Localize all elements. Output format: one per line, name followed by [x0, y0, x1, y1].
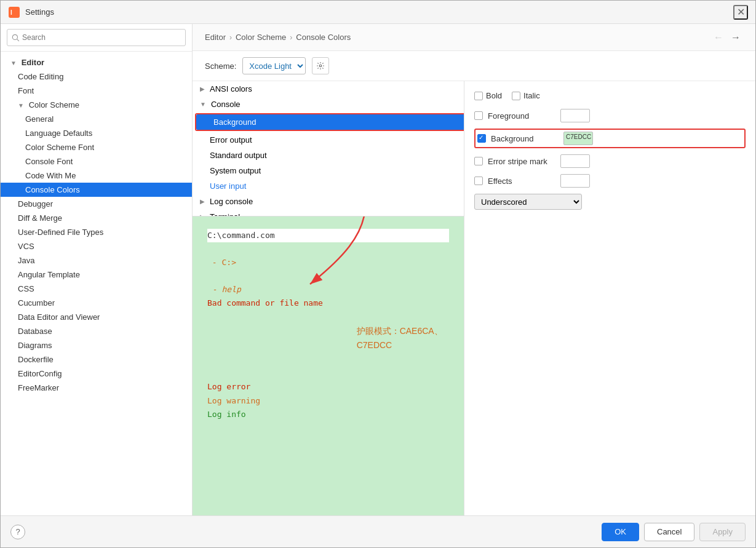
- sidebar-item-editor[interactable]: ▼ Editor: [1, 55, 192, 69]
- scheme-bar: Scheme: Xcode Light: [193, 51, 755, 81]
- effects-checkbox[interactable]: [474, 177, 483, 185]
- breadcrumb-color-scheme: Color Scheme: [236, 33, 286, 42]
- background-option-row-highlight: Background C7EDCC: [474, 129, 746, 148]
- sidebar-item-database[interactable]: Database: [1, 324, 192, 338]
- sidebar-item-code-editing[interactable]: Code Editing: [1, 69, 192, 84]
- preview-blank5: [207, 353, 449, 367]
- console-arrow: ▼: [200, 101, 206, 108]
- breadcrumb-editor: Editor: [205, 33, 226, 42]
- error-stripe-row: Error stripe mark: [474, 154, 746, 168]
- preview-annotation-text: 护眼模式：CAE6CA、C7EDCC: [357, 324, 449, 354]
- error-stripe-checkbox[interactable]: [474, 157, 483, 165]
- nav-forward-button[interactable]: →: [728, 30, 743, 45]
- nav-back-button[interactable]: ←: [711, 30, 726, 45]
- underscored-select[interactable]: Underscored: [474, 194, 582, 210]
- system-output-item[interactable]: System output: [193, 163, 464, 178]
- preview-help: - help: [207, 283, 449, 296]
- cancel-button[interactable]: Cancel: [644, 523, 694, 541]
- svg-point-2: [320, 65, 322, 67]
- background-color-box[interactable]: C7EDCC: [563, 132, 593, 145]
- preview-log-info: Log info: [207, 408, 449, 421]
- preview-blank4: [207, 332, 357, 345]
- preview-annotation-row: 护眼模式：CAE6CA、C7EDCC: [207, 324, 449, 354]
- sidebar-item-dockerfile[interactable]: Dockerfile: [1, 352, 192, 367]
- scheme-label: Scheme:: [205, 62, 236, 71]
- error-stripe-color-box[interactable]: [560, 154, 590, 168]
- preview-blank2: [207, 269, 449, 283]
- bold-checkbox-label[interactable]: Bold: [474, 91, 502, 100]
- preview-error-cmd: Bad command or file name: [207, 296, 449, 310]
- underscored-row: Underscored: [474, 194, 746, 210]
- preview-log-warning: Log warning: [207, 394, 449, 408]
- sidebar-item-console-colors[interactable]: Console Colors: [1, 183, 192, 197]
- preview-blank1: [207, 242, 449, 256]
- background-color-value: C7EDCC: [564, 132, 592, 141]
- apply-button[interactable]: Apply: [699, 523, 746, 541]
- svg-text:I: I: [10, 9, 12, 16]
- sidebar-item-diagrams[interactable]: Diagrams: [1, 338, 192, 352]
- sidebar-item-data-editor[interactable]: Data Editor and Viewer: [1, 310, 192, 324]
- sidebar-item-editorconfig[interactable]: EditorConfig: [1, 367, 192, 381]
- search-input[interactable]: [7, 29, 186, 46]
- breadcrumb-sep2: ›: [290, 33, 292, 42]
- italic-checkbox-label[interactable]: Italic: [512, 91, 540, 100]
- sidebar-item-color-scheme[interactable]: ▼ Color Scheme: [1, 98, 192, 112]
- collapse-arrow-cs: ▼: [18, 102, 25, 109]
- ansi-arrow: ▶: [200, 85, 205, 92]
- bold-checkbox[interactable]: [474, 92, 483, 100]
- foreground-row: Foreground: [474, 109, 746, 122]
- background-label: Background: [491, 134, 559, 143]
- foreground-label: Foreground: [488, 111, 555, 121]
- collapse-arrow: ▼: [10, 60, 18, 66]
- log-console-arrow: ▶: [200, 198, 205, 205]
- sidebar-item-user-defined[interactable]: User-Defined File Types: [1, 225, 192, 239]
- foreground-checkbox[interactable]: [474, 111, 483, 120]
- sidebar-item-java[interactable]: Java: [1, 253, 192, 268]
- background-item[interactable]: Background: [196, 114, 464, 130]
- console-item[interactable]: ▼ Console: [193, 97, 464, 112]
- breadcrumb-console-colors: Console Colors: [296, 33, 351, 42]
- sidebar-item-console-font[interactable]: Console Font: [1, 154, 192, 169]
- preview-blank3: [207, 311, 449, 324]
- sidebar-item-angular-template[interactable]: Angular Template: [1, 268, 192, 282]
- sidebar-item-cucumber[interactable]: Cucumber: [1, 296, 192, 310]
- preview-command: C:\command.com: [207, 229, 449, 242]
- breadcrumb: Editor › Color Scheme › Console Colors ←…: [193, 24, 755, 51]
- effects-row: Effects: [474, 174, 746, 188]
- window-title: Settings: [25, 7, 54, 17]
- background-highlight: Background: [195, 113, 464, 131]
- standard-output-item[interactable]: Standard output: [193, 148, 464, 163]
- sidebar-item-color-scheme-font[interactable]: Color Scheme Font: [1, 140, 192, 154]
- help-button[interactable]: ?: [10, 525, 25, 539]
- bottom-bar: ? OK Cancel Apply: [1, 515, 755, 547]
- foreground-color-box[interactable]: [560, 109, 590, 122]
- preview-area: C:\command.com - C:> - help Bad command …: [193, 216, 464, 515]
- error-output-item[interactable]: Error output: [193, 132, 464, 148]
- app-icon: I: [8, 6, 20, 18]
- sidebar-item-code-with-me[interactable]: Code With Me: [1, 169, 192, 183]
- action-buttons: OK Cancel Apply: [602, 523, 746, 541]
- sidebar-item-css[interactable]: CSS: [1, 282, 192, 296]
- sidebar-item-general[interactable]: General: [1, 112, 192, 126]
- sidebar-item-language-defaults[interactable]: Language Defaults: [1, 126, 192, 140]
- sidebar-item-diff-merge[interactable]: Diff & Merge: [1, 211, 192, 225]
- log-console-item[interactable]: ▶ Log console: [193, 194, 464, 209]
- ok-button[interactable]: OK: [602, 523, 639, 541]
- preview-prompt: - C:>: [207, 256, 449, 269]
- sidebar-item-vcs[interactable]: VCS: [1, 239, 192, 253]
- background-checkbox[interactable]: [477, 134, 486, 143]
- sidebar-item-debugger[interactable]: Debugger: [1, 197, 192, 211]
- sidebar-item-freemaker[interactable]: FreeMarker: [1, 381, 192, 395]
- gear-button[interactable]: [312, 57, 329, 74]
- close-button[interactable]: ✕: [733, 5, 748, 20]
- preview-log-error: Log error: [207, 380, 449, 394]
- effects-color-box[interactable]: [560, 174, 590, 188]
- terminal-item[interactable]: ▶ Terminal: [193, 209, 464, 216]
- error-stripe-label: Error stripe mark: [488, 157, 555, 166]
- sidebar-item-font[interactable]: Font: [1, 84, 192, 98]
- user-input-item[interactable]: User input: [193, 178, 464, 194]
- ansi-colors-item[interactable]: ▶ ANSI colors: [193, 81, 464, 97]
- italic-checkbox[interactable]: [512, 92, 520, 100]
- scheme-select[interactable]: Xcode Light: [242, 57, 306, 74]
- breadcrumb-sep1: ›: [229, 33, 232, 42]
